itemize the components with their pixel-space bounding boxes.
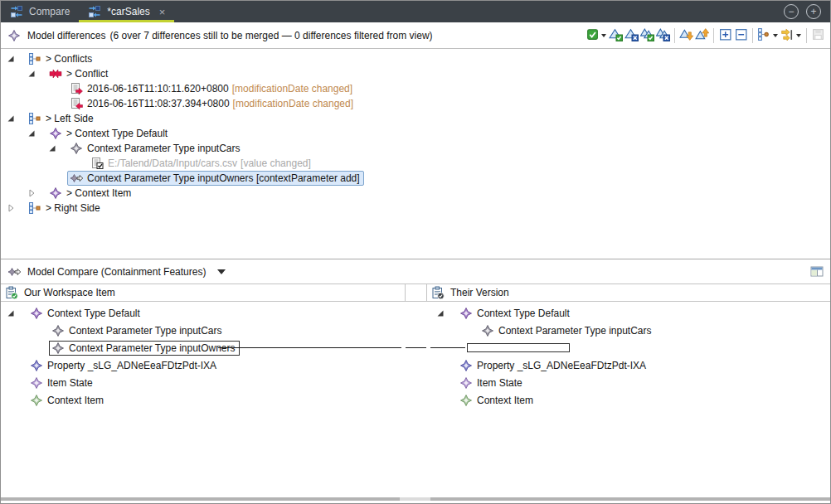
reject-all-changes-button[interactable] [655, 27, 671, 44]
tree-row[interactable]: 2016-06-16T11:10:11.620+0800[modificatio… [1, 81, 830, 96]
chevron-down-icon[interactable] [217, 269, 226, 279]
tree-item[interactable]: > Right Side [26, 201, 104, 216]
dropdown-caret-icon[interactable] [601, 34, 606, 40]
maximize-button[interactable]: + [806, 4, 821, 19]
tree-row[interactable]: Item State [1, 374, 406, 391]
expand-toggle-expanded[interactable] [4, 54, 26, 64]
tree-row[interactable]: Property _sLG_ADNeEeaFDtzPdt-IXA [427, 356, 830, 374]
dropdown-caret-icon[interactable] [796, 34, 801, 40]
change-annotation: [modificationDate changed] [233, 98, 353, 109]
expand-toggle-expanded[interactable] [46, 143, 67, 153]
their-version-icon [431, 286, 445, 299]
doc-checkbox-icon [90, 157, 104, 170]
tree-row[interactable]: Context Parameter Type inputCars [427, 322, 830, 339]
tree-row[interactable]: > Conflicts [1, 51, 830, 66]
collapse-all-icon [734, 27, 748, 44]
model-differences-header: Model differences (6 over 7 differences … [1, 22, 830, 49]
next-difference-button[interactable] [678, 27, 694, 44]
next-difference-icon [679, 27, 693, 44]
tab-label: Compare [29, 6, 70, 17]
tree-item[interactable]: Context Type Default [457, 306, 574, 321]
filter-differences-button[interactable] [780, 27, 795, 44]
tab-label: *carSales [107, 6, 149, 17]
save-button[interactable] [810, 27, 826, 44]
group-icon [28, 112, 42, 125]
group-differences-icon [757, 27, 771, 44]
tree-item-label: Property _sLG_ADNeEeaFDtzPdt-IXA [47, 360, 216, 371]
expand-toggle-expanded[interactable] [4, 308, 27, 318]
model-compare-title: Model Compare (Containment Features) [27, 266, 206, 278]
tree-row[interactable]: Context Type Default [427, 304, 830, 322]
tree-item[interactable]: Context Type Default [27, 306, 144, 321]
tree-row[interactable]: Context Parameter Type inputOwners [cont… [1, 171, 830, 186]
tree-row[interactable]: 2016-06-16T11:08:37.394+0800[modificatio… [1, 96, 830, 111]
tree-item[interactable]: > Context Type Default [46, 126, 172, 141]
tree-item[interactable]: Item State [457, 376, 527, 390]
tree-item-label: Context Item [477, 395, 533, 406]
accept-all-changes-icon [640, 27, 654, 44]
tree-row[interactable]: E:/Talend/Data/Input/cars.csv[value chan… [1, 156, 830, 171]
tree-item[interactable]: Context Parameter Type inputCars [479, 323, 656, 338]
expand-toggle-expanded[interactable] [4, 114, 26, 124]
tree-item[interactable]: Item State [27, 376, 97, 390]
matched-tree-item[interactable]: Context Parameter Type inputOwners [49, 341, 240, 356]
expand-all-button[interactable] [717, 27, 733, 44]
expand-toggle-expanded[interactable] [25, 69, 46, 79]
expand-toggle-expanded[interactable] [25, 128, 46, 138]
tree-row[interactable]: Property _sLG_ADNeEeaFDtzPdt-IXA [1, 356, 406, 374]
pane-layout-icon[interactable] [809, 265, 824, 278]
tree-row[interactable]: Context Parameter Type inputCars [1, 141, 830, 156]
expand-toggle-collapsed[interactable] [25, 188, 46, 198]
tree-item[interactable]: > Context Item [46, 186, 135, 201]
tree-row[interactable]: Context Parameter Type inputCars [1, 322, 406, 339]
differences-tree: > Conflicts> Conflict2016-06-16T11:10:11… [1, 49, 830, 216]
tree-item[interactable]: > Conflicts [26, 51, 96, 66]
reject-all-changes-icon [656, 27, 670, 44]
tree-row[interactable]: Item State [427, 374, 830, 391]
selected-tree-item[interactable]: Context Parameter Type inputOwners [cont… [67, 171, 364, 186]
tree-item[interactable]: 2016-06-16T11:10:11.620+0800[modificatio… [67, 81, 357, 96]
tree-item-label: Context Parameter Type inputOwners [cont… [87, 172, 360, 184]
tree-row[interactable]: > Right Side [1, 201, 830, 216]
diamond-purple-icon [49, 187, 63, 200]
reject-change-button[interactable] [624, 27, 639, 44]
previous-difference-button[interactable] [694, 27, 710, 44]
tab-carsales[interactable]: *carSales × [79, 1, 174, 22]
compare-editor-icon [10, 5, 24, 18]
tree-item[interactable]: Context Item [457, 393, 537, 408]
insertion-placeholder-row[interactable] [427, 339, 830, 356]
merged-filter-checkbox-button[interactable] [585, 27, 600, 44]
close-tab-icon[interactable]: × [159, 7, 166, 17]
tree-row[interactable]: Context Item [427, 391, 830, 409]
tree-item[interactable]: > Left Side [26, 111, 98, 126]
bottom-scrollbar-thumb[interactable] [400, 497, 430, 501]
tree-item[interactable]: Property _sLG_ADNeEeaFDtzPdt-IXA [457, 358, 650, 373]
tree-row[interactable]: Context Type Default [1, 304, 406, 322]
their-version-label: Their Version [450, 287, 509, 298]
tree-row[interactable]: > Conflict [1, 66, 830, 81]
tree-row[interactable]: > Context Type Default [1, 126, 830, 141]
tree-row[interactable]: > Context Item [1, 186, 830, 201]
minimize-button[interactable]: − [784, 4, 799, 19]
tab-compare[interactable]: Compare [1, 1, 79, 22]
tree-item[interactable]: > Conflict [46, 66, 112, 81]
tree-item[interactable]: Context Parameter Type inputCars [67, 141, 245, 156]
tree-item[interactable]: 2016-06-16T11:08:37.394+0800[modificatio… [67, 96, 357, 111]
expand-toggle-collapsed[interactable] [4, 203, 26, 213]
tree-item[interactable]: Context Item [27, 393, 108, 408]
diamond-gray-icon [51, 324, 66, 337]
tree-item[interactable]: Context Parameter Type inputCars [49, 323, 226, 338]
compare-editor-window: Compare *carSales × − + Model difference… [0, 0, 831, 504]
accept-change-button[interactable] [608, 27, 624, 44]
our-workspace-item-icon [5, 286, 19, 299]
accept-all-changes-button[interactable] [639, 27, 655, 44]
collapse-all-button[interactable] [733, 27, 749, 44]
tree-item[interactable]: E:/Talend/Data/Input/cars.csv[value chan… [88, 156, 315, 171]
expand-toggle-expanded[interactable] [434, 308, 457, 318]
dropdown-caret-icon[interactable] [773, 34, 778, 40]
tree-item[interactable]: Property _sLG_ADNeEeaFDtzPdt-IXA [27, 358, 221, 373]
tree-row[interactable]: > Left Side [1, 111, 830, 126]
group-differences-button[interactable] [756, 27, 772, 44]
tree-item-label: > Conflicts [46, 53, 92, 65]
tree-row[interactable]: Context Item [1, 391, 406, 409]
